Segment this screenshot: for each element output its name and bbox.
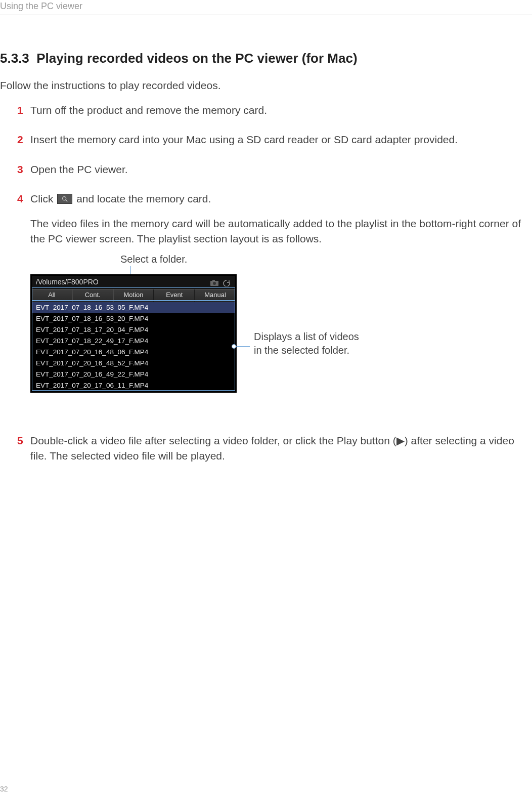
step-2: 2 Insert the memory card into your Mac u… (17, 132, 532, 147)
step-number: 4 (17, 191, 23, 206)
tab-motion[interactable]: Motion (113, 289, 154, 302)
tab-all[interactable]: All (32, 289, 72, 302)
page-number: 32 (0, 785, 8, 793)
callout-folder-label: Select a folder. (120, 252, 187, 267)
svg-point-0 (63, 196, 66, 200)
playlist-panel: /Volumes/F800PRO All Cont. Motion Event … (30, 274, 237, 393)
callout-list-label-line1: Displays a list of videos (254, 331, 359, 342)
file-item[interactable]: EVT_2017_07_20_17_06_11_F.MP4 (32, 380, 235, 391)
intro-text: Follow the instructions to play recorded… (0, 79, 532, 92)
step-3: 3 Open the PC viewer. (17, 162, 532, 177)
section-title: Playing recorded videos on the PC viewer… (36, 51, 357, 66)
playlist-figure: Select a folder. /Volumes/F800PRO All Co (30, 252, 532, 419)
step-text: Insert the memory card into your Mac usi… (30, 134, 458, 145)
callout-list-label-line2: in the selected folder. (254, 345, 349, 356)
step-4: 4 Click and locate the memory card. The … (17, 191, 532, 419)
step-4-description: The video files in the memory card will … (30, 216, 532, 247)
file-item[interactable]: EVT_2017_07_18_17_20_04_F.MP4 (32, 324, 235, 336)
tab-manual[interactable]: Manual (195, 289, 235, 302)
page-header: Using the PC viewer (0, 0, 532, 15)
file-item[interactable]: EVT_2017_07_20_16_49_22_F.MP4 (32, 369, 235, 380)
section-number: 5.3.3 (0, 51, 29, 66)
step-text: Double-click a video file after selectin… (30, 435, 514, 462)
file-list: EVT_2017_07_18_16_53_05_F.MP4 EVT_2017_0… (32, 302, 235, 391)
step-text-b: and locate the memory card. (76, 193, 211, 204)
camera-icon[interactable] (210, 279, 219, 286)
step-number: 5 (17, 433, 23, 448)
step-5: 5 Double-click a video file after select… (17, 433, 532, 464)
callout-list-label: Displays a list of videos in the selecte… (254, 330, 359, 357)
step-text: Open the PC viewer. (30, 163, 128, 175)
svg-line-1 (66, 200, 68, 202)
svg-point-4 (213, 282, 216, 285)
file-item[interactable]: EVT_2017_07_18_16_53_20_F.MP4 (32, 313, 235, 324)
playlist-path-bar: /Volumes/F800PRO (32, 276, 235, 289)
file-item[interactable]: EVT_2017_07_18_16_53_05_F.MP4 (32, 302, 235, 313)
step-number: 1 (17, 103, 23, 118)
refresh-icon[interactable] (222, 279, 231, 286)
svg-rect-3 (212, 280, 215, 281)
step-text-a: Click (30, 193, 54, 204)
step-number: 2 (17, 132, 23, 147)
folder-tabs: All Cont. Motion Event Manual (32, 289, 235, 302)
tab-event[interactable]: Event (154, 289, 195, 302)
section-heading: 5.3.3 Playing recorded videos on the PC … (0, 51, 532, 66)
file-item[interactable]: EVT_2017_07_20_16_48_52_F.MP4 (32, 358, 235, 369)
volume-path: /Volumes/F800PRO (36, 277, 99, 287)
step-1: 1 Turn off the product and remove the me… (17, 103, 532, 118)
search-folder-icon (57, 194, 72, 204)
callout-dot (232, 344, 236, 349)
file-item[interactable]: EVT_2017_07_18_22_49_17_F.MP4 (32, 336, 235, 347)
file-item[interactable]: EVT_2017_07_20_16_48_06_F.MP4 (32, 347, 235, 358)
step-text: Turn off the product and remove the memo… (30, 104, 267, 116)
step-number: 3 (17, 162, 23, 177)
callout-line (235, 346, 250, 347)
tab-cont[interactable]: Cont. (72, 289, 113, 302)
